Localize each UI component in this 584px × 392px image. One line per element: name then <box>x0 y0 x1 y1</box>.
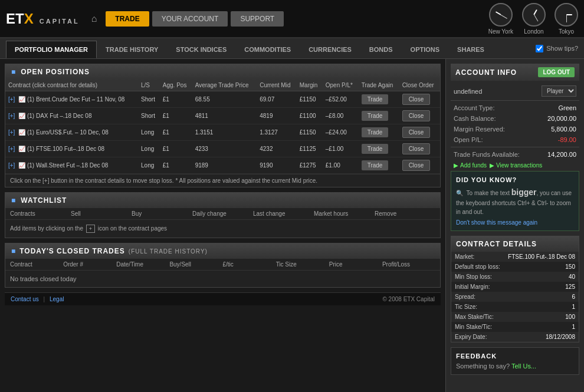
tab-trade-history[interactable]: TRADE HISTORY <box>97 41 167 58</box>
tokyo-clock-face <box>555 3 578 27</box>
tab-currencies[interactable]: CURRENCIES <box>300 41 360 58</box>
contract-cell: [+] 📈 (1) DAX Fut –.18 Dec 08 <box>5 108 138 124</box>
ls-cell: Short <box>138 91 160 108</box>
trade-again-button[interactable]: Trade <box>362 111 389 121</box>
avg-cell: 1.3151 <box>192 124 257 141</box>
close-order-button[interactable]: Close <box>402 160 431 171</box>
world-clocks: New York London Tokyo <box>488 3 578 35</box>
avg-cell: 4811 <box>192 108 257 124</box>
expand-icon[interactable]: [+] <box>8 96 15 103</box>
close-order-button[interactable]: Close <box>402 127 431 138</box>
col-close-order: Close Order <box>399 80 440 91</box>
did-you-know-title: DID YOU KNOW? <box>456 176 574 183</box>
london-clock: London <box>522 3 546 35</box>
pos-cell: £1 <box>160 91 192 108</box>
view-transactions-link[interactable]: ▶ View transactions <box>490 162 542 169</box>
tab-stock-indices[interactable]: STOCK INDICES <box>167 41 235 58</box>
pos-cell: £1 <box>160 157 192 174</box>
contract-detail-row: Min Stake/Tic:1 <box>451 322 579 332</box>
contract-market-row: Market: FTSE.100 Fut-.18 Dec 08 <box>451 252 579 262</box>
trade-again-button[interactable]: Trade <box>362 144 389 154</box>
right-panel: ACCOUNT INFO LOG OUT undefined Player Ac… <box>445 59 584 392</box>
ls-chart-icon: 📈 <box>18 146 25 152</box>
open-pl-row: Open P/L: -89.00 <box>451 134 579 145</box>
close-order-button[interactable]: Close <box>402 110 431 121</box>
col-ls: L/S <box>138 80 160 91</box>
ls-chart-icon: 📈 <box>18 162 25 169</box>
pl-cell: £1.00 <box>323 157 359 174</box>
close-order-button[interactable]: Close <box>402 143 431 154</box>
new-york-clock: New York <box>488 3 513 35</box>
col-current-mid: Current Mid <box>257 80 297 91</box>
contract-details-header: CONTRACT DETAILS <box>451 236 579 252</box>
account-info-block: ACCOUNT INFO LOG OUT undefined Player Ac… <box>451 64 579 171</box>
margin-cell: £1150 <box>297 91 323 108</box>
closed-trades-columns: Contract Order # Date/Time Buy/Sell £/ti… <box>5 259 440 271</box>
footer-links: Contact us | Legal <box>11 296 64 302</box>
trade-again-cell: Trade <box>359 108 399 124</box>
trade-again-button[interactable]: Trade <box>362 94 389 104</box>
close-order-button[interactable]: Close <box>402 94 431 105</box>
detail-value: 6 <box>504 292 579 302</box>
support-nav-btn[interactable]: SUPPORT <box>231 11 284 27</box>
cash-balance-row: Cash Balance: 20,000.00 <box>451 113 579 124</box>
ls-cell: Long <box>138 157 160 174</box>
tab-shares[interactable]: SHARES <box>448 41 493 58</box>
pl-cell: –£8.00 <box>323 108 359 124</box>
pl-cell: –£1.00 <box>323 141 359 157</box>
ls-cell: Long <box>138 141 160 157</box>
pos-cell: £1 <box>160 124 192 141</box>
close-order-cell: Close <box>399 91 440 108</box>
margin-cell: £1125 <box>297 141 323 157</box>
main-content: ■ OPEN POSITIONS Contract (click contrac… <box>0 59 584 392</box>
contract-details-table: Market: FTSE.100 Fut-.18 Dec 08 Default … <box>451 252 579 342</box>
ls-cell: Long <box>138 124 160 141</box>
account-divider-1 <box>451 100 579 101</box>
contract-detail-row: Max Stake/Tic:100 <box>451 312 579 322</box>
detail-label: Min Stake/Tic: <box>451 322 504 332</box>
trade-again-cell: Trade <box>359 157 399 174</box>
account-type-row: Account Type: Green <box>451 103 579 113</box>
footer: Contact us | Legal © 2008 ETX Capital <box>5 292 441 305</box>
ls-chart-icon: 📈 <box>18 96 25 103</box>
add-funds-link[interactable]: ▶ Add funds <box>454 162 487 169</box>
col-contract: Contract (click contract for details) <box>5 80 138 91</box>
detail-label: Max Stake/Tic: <box>451 312 504 322</box>
trade-again-button[interactable]: Trade <box>362 127 389 137</box>
expand-icon[interactable]: [+] <box>8 113 15 119</box>
your-account-nav-btn[interactable]: YOUR ACCOUNT <box>152 11 228 27</box>
dont-show-link[interactable]: Don't show this message again <box>456 219 574 226</box>
margin-cell: £1150 <box>297 124 323 141</box>
contract-cell: [+] 📈 (1) Brent.Crude Dec Fut – 11 Nov, … <box>5 91 138 108</box>
open-positions-section: ■ OPEN POSITIONS Contract (click contrac… <box>5 64 441 187</box>
trade-again-cell: Trade <box>359 124 399 141</box>
contract-details-tbody: Market: FTSE.100 Fut-.18 Dec 08 Default … <box>451 252 579 342</box>
tab-bonds[interactable]: BONDS <box>360 41 402 58</box>
detail-label: Initial Margin: <box>451 282 504 292</box>
trade-again-button[interactable]: Trade <box>362 160 389 170</box>
view-transactions-arrow: ▶ <box>490 162 494 169</box>
table-header-row: Contract (click contract for details) L/… <box>5 80 440 91</box>
expand-icon[interactable]: [+] <box>8 129 15 136</box>
show-tips-checkbox[interactable] <box>536 45 543 52</box>
tab-portfolio-manager[interactable]: PORTFOLIO MANAGER <box>6 41 97 58</box>
pl-cell: –£24.00 <box>323 124 359 141</box>
show-tips-toggle[interactable]: Show tips? <box>536 45 578 52</box>
min-hand <box>534 14 538 21</box>
feedback-link[interactable]: Tell Us... <box>511 363 536 370</box>
feedback-text: Something to say? Tell Us... <box>456 363 574 370</box>
feedback-title: FEEDBACK <box>456 353 574 360</box>
logout-button[interactable]: LOG OUT <box>538 67 575 77</box>
expand-icon[interactable]: [+] <box>8 162 15 169</box>
trade-nav-btn[interactable]: TRADE <box>106 11 149 27</box>
contract-detail-row: Tic Size:1 <box>451 302 579 312</box>
detail-value: 18/12/2008 <box>504 332 579 342</box>
account-type-select[interactable]: Player <box>542 85 576 97</box>
tab-options[interactable]: OPTIONS <box>402 41 449 58</box>
expand-icon[interactable]: [+] <box>8 146 15 152</box>
left-panel: ■ OPEN POSITIONS Contract (click contrac… <box>0 59 445 392</box>
home-icon[interactable]: ⌂ <box>91 14 97 24</box>
tab-commodities[interactable]: COMMODITIES <box>235 41 300 58</box>
ls-chart-icon: 📈 <box>18 129 25 136</box>
contract-details-block: CONTRACT DETAILS Market: FTSE.100 Fut-.1… <box>451 236 579 342</box>
